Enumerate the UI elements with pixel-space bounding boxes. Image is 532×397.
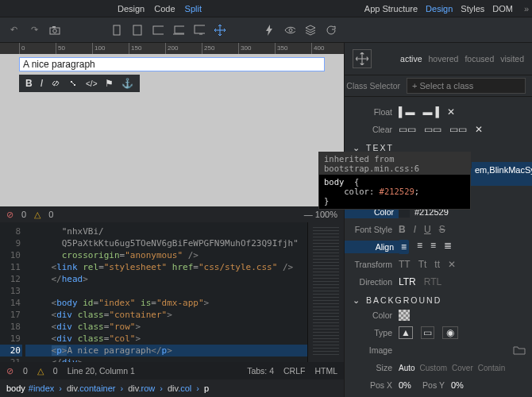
eol-setting[interactable]: CRLF [283,366,305,376]
svg-rect-3 [114,25,120,35]
indent-setting[interactable]: Tabs: 4 [247,366,274,376]
bg-type-radial-icon[interactable]: ◉ [442,326,458,339]
mode-tab-design[interactable]: Design [118,4,145,13]
direction-rtl[interactable]: RTL [424,276,441,287]
transform-cap-icon[interactable]: Tt [418,259,427,270]
panel-tab-styles[interactable]: Styles [461,4,484,13]
move-tool-icon[interactable] [214,25,226,36]
code-content[interactable]: "nhxVBi/ Q5PaXtkKtu6ug5TOeNV6gBiFeWPGFN9… [25,222,307,362]
mode-tab-split[interactable]: Split [185,4,202,13]
align-label: Align [345,241,399,253]
crumb-container[interactable]: div.container [67,384,116,393]
crumb-p[interactable]: p [204,384,209,393]
crumb-col[interactable]: div.col [168,384,191,393]
fontfamily-overflow[interactable]: em,BlinkMacSystemFor [472,162,532,178]
viewport-desktop-icon[interactable] [194,25,205,36]
bg-type-gradient-icon[interactable]: ▭ [421,326,434,339]
svg-rect-4 [133,25,141,35]
float-right-icon[interactable]: ▬▐ [423,106,440,118]
status-warning-count: 0 [53,366,58,376]
anchor-icon[interactable]: ⚓ [121,78,133,89]
overflow-chevrons-icon[interactable]: » [524,0,529,17]
bg-size-auto[interactable]: Auto [399,364,415,372]
clear-left-icon[interactable]: ▭▭ [399,124,416,135]
section-text[interactable]: TEXT [345,138,532,154]
state-focused[interactable]: focused [465,54,494,64]
bolt-icon[interactable] [264,25,275,36]
bg-size-label: Size [345,363,399,372]
status-error-icon: ⊘ [6,366,13,376]
viewport-tablet-landscape-icon[interactable] [152,25,164,36]
dom-breadcrumb[interactable]: body#index › div.container › div.row › d… [0,380,344,397]
bg-size-contain[interactable]: Contain [478,364,505,372]
link-icon[interactable] [51,79,60,88]
layers-icon[interactable] [305,25,316,36]
properties-panel: active hovered focused visited Class Sel… [344,43,532,397]
class-selector-input[interactable]: + Select a class [407,78,526,94]
folder-icon[interactable] [513,345,526,355]
state-visited[interactable]: visited [500,54,524,64]
italic-icon[interactable]: I [40,78,43,89]
section-background[interactable]: BACKGROUND [345,291,532,306]
panel-tab-design[interactable]: Design [426,4,453,13]
crumb-row[interactable]: div.row [128,384,155,393]
state-active[interactable]: active [400,54,422,64]
float-left-icon[interactable]: ▌▬ [399,106,415,118]
viewport-tablet-icon[interactable] [132,25,143,36]
svg-rect-5 [153,26,164,34]
language-mode[interactable]: HTML [314,366,337,376]
fontstyle-bold-icon[interactable]: B [399,224,406,235]
eye-icon[interactable] [284,25,295,36]
bg-type-image-icon[interactable]: ▲ [399,326,413,339]
minimap[interactable] [307,222,344,362]
svg-point-2 [53,29,57,33]
camera-icon[interactable] [49,25,60,36]
clear-right-icon[interactable]: ▭▭ [424,124,441,135]
zoom-level[interactable]: — 100% [304,210,337,219]
design-preview[interactable]: A nice paragraph B I </> ⚑ ⚓ [0,54,344,206]
bg-size-custom[interactable]: Custom [420,364,447,372]
viewport-phone-icon[interactable] [111,25,122,36]
bg-posx-value[interactable]: 0% [399,380,411,390]
bg-posy-value[interactable]: 0% [451,380,464,390]
panel-tab-app-structure[interactable]: App Structure [364,4,418,13]
refresh-icon[interactable] [326,25,337,36]
redo-icon[interactable]: ↷ [29,25,40,36]
move-handle-icon[interactable] [353,49,372,68]
warning-count-icon: △ [34,210,40,220]
align-center-icon[interactable]: ≡ [417,240,422,254]
undo-icon[interactable]: ↶ [8,25,19,36]
selected-paragraph[interactable]: A nice paragraph [19,57,325,71]
transform-none-icon[interactable]: ✕ [448,259,456,270]
transform-label: Transform [345,260,399,269]
align-justify-icon[interactable]: ≣ [444,240,452,254]
align-right-icon[interactable]: ≡ [430,240,436,254]
panel-tab-dom[interactable]: DOM [492,4,513,13]
state-hovered[interactable]: hovered [429,54,459,64]
fontstyle-italic-icon[interactable]: I [414,224,416,235]
direction-ltr[interactable]: LTR [399,276,416,287]
mode-tab-code[interactable]: Code [154,4,175,13]
viewport-laptop-icon[interactable] [173,25,184,36]
warning-count: 0 [48,210,53,219]
svg-rect-6 [175,26,184,33]
fontstyle-underline-icon[interactable]: U [424,224,431,235]
design-status-bar: ⊘ 0 △ 0 — 100% [0,206,344,222]
clear-both-icon[interactable]: ▭▭ [449,124,467,135]
transform-lower-icon[interactable]: tt [434,259,440,270]
fontstyle-strike-icon[interactable]: S [439,224,445,235]
bold-icon[interactable]: B [25,78,33,89]
bg-size-cover[interactable]: Cover [452,364,473,372]
align-left-icon[interactable]: ≡ [399,240,409,254]
float-none-icon[interactable]: ✕ [447,106,455,118]
code-icon[interactable]: </> [86,79,97,88]
code-editor[interactable]: 89101112131417181920212223 "nhxVBi/ Q5Pa… [0,222,344,362]
transform-upper-icon[interactable]: TT [399,259,411,270]
flag-icon[interactable]: ⚑ [105,78,114,89]
unlink-icon[interactable] [68,79,78,88]
bg-color-swatch[interactable] [399,310,410,321]
crumb-body[interactable]: body [6,384,25,393]
clear-none-icon[interactable]: ✕ [475,124,483,135]
horizontal-ruler: 0 50 100 150 200 250 300 350 400 [0,43,344,54]
tooltip-header: inherited from bootstrap.min.css:6 [319,152,470,175]
